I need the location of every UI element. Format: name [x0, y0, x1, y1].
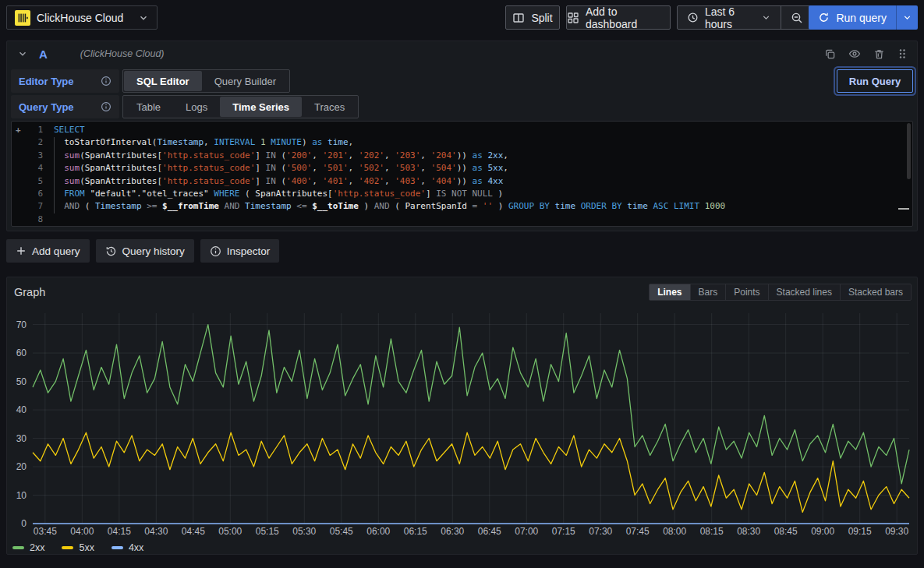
svg-text:04:15: 04:15: [108, 526, 131, 537]
info-icon[interactable]: [101, 76, 112, 86]
line-number: 1: [37, 124, 43, 136]
chevron-down-icon: [138, 12, 149, 23]
svg-text:07:30: 07:30: [589, 526, 612, 537]
legend-swatch-4xx: [112, 546, 123, 549]
editor-type-switcher: SQL Editor Query Builder: [122, 69, 290, 93]
query-row-header: A (ClickHouse Cloud): [6, 41, 918, 67]
svg-text:07:15: 07:15: [552, 526, 575, 537]
svg-text:06:30: 06:30: [441, 526, 464, 537]
query-type-option-traces[interactable]: Traces: [302, 97, 357, 117]
svg-text:05:30: 05:30: [292, 526, 316, 537]
svg-text:70: 70: [16, 319, 27, 330]
viz-option-points[interactable]: Points: [725, 284, 767, 300]
run-query-panel-button[interactable]: Run Query: [837, 69, 913, 93]
code-line: 5 sum(SpanAttributes['http.status_code']…: [12, 175, 912, 188]
split-button[interactable]: Split: [505, 5, 560, 30]
run-query-toolbar-button[interactable]: Run query: [809, 5, 918, 30]
line-number: 8: [37, 213, 43, 226]
clock-icon: [687, 12, 699, 23]
editor-scrollbar[interactable]: [907, 123, 911, 179]
datasource-picker[interactable]: ClickHouse Cloud: [6, 5, 158, 30]
datasource-label: ClickHouse Cloud: [37, 12, 132, 24]
series-5xx-line: [33, 432, 909, 512]
svg-text:0: 0: [21, 518, 27, 529]
svg-text:06:45: 06:45: [478, 526, 501, 537]
svg-text:09:15: 09:15: [848, 526, 872, 537]
code-line: 2 toStartOfInterval(Timestamp, INTERVAL …: [12, 136, 912, 149]
split-icon: [512, 12, 525, 24]
viz-option-bars[interactable]: Bars: [690, 284, 726, 300]
info-icon[interactable]: [101, 101, 112, 112]
svg-text:05:00: 05:00: [218, 526, 242, 537]
plus-icon: [16, 245, 27, 256]
svg-text:08:45: 08:45: [774, 526, 798, 537]
editor-type-option-sql-editor[interactable]: SQL Editor: [124, 71, 202, 91]
inspector-button[interactable]: Inspector: [200, 239, 280, 263]
line-number: 5: [37, 175, 43, 188]
editor-overview-cursor: [898, 208, 909, 210]
time-range-label: Last 6 hours: [705, 5, 755, 30]
chevron-down-icon: [761, 12, 771, 23]
legend-swatch-5xx: [62, 546, 73, 549]
code-line: 7 AND ( Timestamp >= $__fromTime AND Tim…: [12, 200, 912, 213]
timeseries-chart[interactable]: 01020304050607003:4504:0004:1504:3004:45…: [8, 305, 915, 539]
chevron-down-icon: [902, 12, 912, 23]
svg-text:08:15: 08:15: [700, 526, 724, 537]
add-line-icon[interactable]: +: [16, 124, 21, 136]
viz-option-lines[interactable]: Lines: [650, 284, 689, 300]
svg-text:03:45: 03:45: [34, 526, 57, 537]
editor-type-field-label: Editor Type: [11, 69, 119, 93]
query-ref-id: A: [39, 48, 48, 61]
svg-text:07:00: 07:00: [515, 526, 538, 537]
svg-text:50: 50: [16, 376, 27, 387]
svg-text:06:00: 06:00: [366, 526, 390, 537]
duplicate-query-icon[interactable]: [824, 48, 836, 60]
add-to-dashboard-button[interactable]: Add to dashboard: [566, 5, 671, 30]
toggle-visibility-icon[interactable]: [848, 48, 861, 60]
info-icon: [210, 245, 221, 257]
svg-text:60: 60: [16, 348, 27, 358]
svg-text:20: 20: [16, 461, 27, 472]
query-type-option-logs[interactable]: Logs: [173, 97, 220, 117]
line-number: 6: [37, 188, 43, 200]
delete-query-icon[interactable]: [873, 48, 885, 60]
run-query-main[interactable]: Run query: [809, 5, 896, 30]
svg-text:06:15: 06:15: [404, 526, 427, 537]
chart-legend: 2xx 5xx 4xx: [12, 542, 143, 553]
svg-text:10: 10: [16, 490, 27, 501]
drag-handle-icon[interactable]: [897, 48, 907, 59]
zoom-out-icon: [791, 12, 803, 24]
svg-text:09:30: 09:30: [885, 526, 908, 537]
svg-text:09:00: 09:00: [811, 526, 834, 537]
sql-code-lines: +1SELECT2 toStartOfInterval(Timestamp, I…: [12, 124, 912, 213]
add-query-button[interactable]: Add query: [6, 239, 90, 263]
run-query-label: Run query: [836, 12, 887, 24]
query-actions-row: Add query Query history Inspector: [6, 239, 279, 263]
code-line: 3 sum(SpanAttributes['http.status_code']…: [12, 150, 912, 162]
query-type-option-time-series[interactable]: Time Series: [220, 97, 302, 117]
svg-text:40: 40: [16, 404, 27, 415]
run-query-dropdown[interactable]: [896, 5, 918, 30]
series-2xx-line: [33, 325, 909, 484]
zoom-out-button[interactable]: [781, 6, 812, 29]
viz-option-stacked-bars[interactable]: Stacked bars: [840, 284, 911, 300]
svg-text:04:30: 04:30: [144, 526, 168, 537]
query-type-field-label: Query Type: [11, 95, 119, 118]
query-type-option-table[interactable]: Table: [124, 97, 173, 117]
collapse-chevron-icon[interactable]: [17, 48, 28, 59]
clickhouse-logo-icon: [15, 10, 30, 26]
viz-option-stacked-lines[interactable]: Stacked lines: [768, 284, 840, 300]
top-toolbar: ClickHouse Cloud Split Add to dashboard …: [0, 0, 924, 35]
svg-text:04:00: 04:00: [70, 526, 94, 537]
legend-item-4xx[interactable]: 4xx: [112, 542, 143, 553]
legend-item-2xx[interactable]: 2xx: [12, 542, 44, 553]
visualization-mode-picker: Lines Bars Points Stacked lines Stacked …: [649, 284, 912, 301]
code-line: 4 sum(SpanAttributes['http.status_code']…: [12, 162, 912, 175]
editor-type-option-query-builder[interactable]: Query Builder: [202, 71, 289, 91]
time-range-picker[interactable]: Last 6 hours: [678, 6, 781, 29]
legend-item-5xx[interactable]: 5xx: [62, 542, 94, 553]
svg-text:05:45: 05:45: [330, 526, 353, 537]
time-controls-group: Last 6 hours: [677, 5, 813, 30]
query-history-button[interactable]: Query history: [96, 239, 194, 263]
sql-code-editor[interactable]: +1SELECT2 toStartOfInterval(Timestamp, I…: [11, 121, 913, 227]
